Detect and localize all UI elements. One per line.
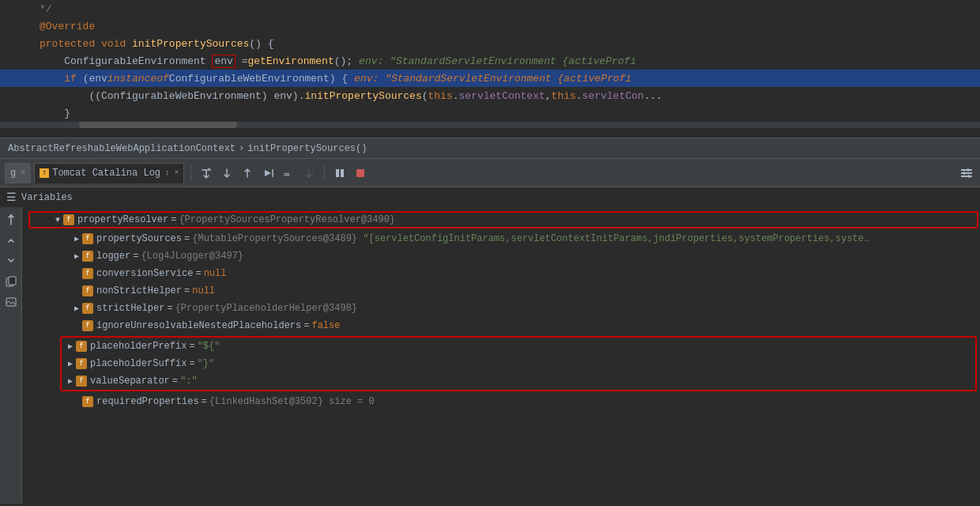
evaluate-button[interactable]: =	[280, 164, 297, 182]
var-name: valueSeparator	[90, 376, 170, 387]
tab-g-close[interactable]: ×	[21, 168, 25, 177]
gutter-copy-button[interactable]	[3, 274, 19, 289]
var-value: {PropertySourcesPropertyResolver@3490}	[179, 214, 395, 225]
var-eq: =	[195, 268, 201, 279]
gutter-up-button[interactable]	[3, 232, 19, 248]
var-row-nonStrictHelper[interactable]: ▶ f nonStrictHelper = null	[22, 282, 980, 300]
variables-panel: ☰ Variables ▼ f	[0, 187, 980, 504]
var-row-propertySources[interactable]: ▶ f propertySources = {MutablePropertySo…	[22, 230, 980, 247]
field-icon: f	[82, 268, 93, 279]
var-name: ignoreUnresolvableNestedPlaceholders	[96, 320, 301, 331]
stop-button[interactable]	[352, 164, 369, 182]
force-step-into-button[interactable]: !	[300, 164, 318, 182]
expand-arrow[interactable]: ▶	[71, 251, 82, 261]
var-name: propertyResolver	[77, 214, 168, 225]
var-value: "}"	[198, 358, 215, 369]
code-line: ConfigurableEnvironment env = getEnviron…	[0, 52, 980, 70]
toolbar: g × T Tomcat Catalina Log ↕ × = !	[0, 159, 980, 187]
var-name: placeholderPrefix	[90, 341, 187, 352]
gutter-image-button[interactable]	[3, 294, 19, 310]
breadcrumb-separator: ›	[239, 143, 244, 154]
tab-tomcat-arrow: ↕	[165, 169, 169, 177]
svg-rect-6	[961, 169, 972, 171]
var-name: placeholderSuffix	[90, 358, 187, 369]
tab-g[interactable]: g ×	[5, 163, 31, 183]
var-row-placeholderPrefix[interactable]: ▶ f placeholderPrefix = "${"	[62, 338, 975, 355]
field-icon: f	[76, 341, 87, 352]
step-over-button[interactable]	[198, 164, 215, 182]
hint-if: env: "StandardServletEnvironment {active…	[354, 73, 631, 85]
expand-arrow[interactable]: ▼	[52, 216, 63, 225]
var-row-requiredProperties[interactable]: ▶ f requiredProperties = {LinkedHashSet@…	[22, 393, 980, 410]
svg-text:!: !	[311, 167, 315, 174]
scrollbar-thumb[interactable]	[79, 122, 237, 128]
tab-tomcat-close[interactable]: ×	[174, 168, 179, 177]
gutter-down-button[interactable]	[3, 253, 19, 269]
code-line-highlighted: if ( env instanceof ConfigurableWebEnvir…	[0, 70, 980, 87]
var-value: {Log4JLogger@3497}	[141, 251, 243, 262]
var-name: conversionService	[96, 268, 193, 279]
expand-arrow[interactable]: ▶	[71, 304, 82, 313]
variables-label: Variables	[21, 192, 73, 203]
var-eq: =	[167, 303, 172, 314]
var-row-ignoreUnresolvable[interactable]: ▶ f ignoreUnresolvableNestedPlaceholders…	[22, 317, 980, 334]
svg-rect-5	[356, 169, 364, 177]
vars-list: ▼ f propertyResolver = {PropertySourcesP…	[22, 207, 980, 504]
var-eq: =	[171, 214, 176, 225]
var-row-logger[interactable]: ▶ f logger = {Log4JLogger@3497}	[22, 247, 980, 265]
field-icon: f	[82, 251, 93, 262]
field-icon: f	[63, 214, 74, 225]
svg-rect-4	[341, 169, 344, 177]
field-icon: f	[76, 376, 87, 387]
code-editor: */ @Override protected void initProperty…	[0, 0, 980, 138]
var-value: "${"	[198, 341, 220, 352]
breadcrumb-method: initPropertySources()	[247, 143, 367, 154]
svg-rect-7	[961, 172, 972, 174]
tab-tomcat[interactable]: T Tomcat Catalina Log ↕ ×	[34, 163, 184, 183]
var-row-conversionService[interactable]: ▶ f conversionService = null	[22, 265, 980, 282]
vars-container: ▼ f propertyResolver = {PropertySourcesP…	[0, 207, 980, 504]
var-eq: =	[303, 320, 309, 331]
var-name: strictHelper	[96, 303, 164, 314]
code-line: }	[0, 104, 980, 122]
expand-arrow[interactable]: ▶	[71, 234, 82, 244]
settings-button[interactable]	[958, 164, 975, 182]
code-line: @Override	[0, 17, 980, 35]
expand-arrow[interactable]: ▶	[65, 342, 76, 351]
var-value: false	[311, 320, 340, 331]
var-value: {LinkedHashSet@3502}	[209, 396, 323, 407]
var-value: ":"	[180, 376, 198, 387]
run-to-cursor-button[interactable]	[259, 164, 277, 182]
var-name: nonStrictHelper	[96, 285, 182, 296]
svg-text:=: =	[284, 168, 290, 179]
field-icon: f	[82, 285, 93, 296]
field-icon: f	[76, 358, 87, 369]
breadcrumb-bar: AbstractRefreshableWebApplicationContext…	[0, 138, 980, 159]
code-line: */	[0, 0, 980, 17]
svg-rect-13	[9, 277, 16, 285]
code-line: (( ConfigurableWebEnvironment ) env). in…	[0, 87, 980, 104]
expand-arrow[interactable]: ▶	[65, 376, 76, 386]
var-eq: =	[189, 341, 194, 352]
svg-rect-11	[968, 175, 970, 178]
field-icon: f	[82, 396, 93, 407]
var-row-placeholderSuffix[interactable]: ▶ f placeholderSuffix = "}"	[62, 355, 975, 372]
resume-button[interactable]	[331, 164, 349, 182]
var-row-valueSeparator[interactable]: ▶ f valueSeparator = ":"	[62, 372, 975, 390]
var-name: requiredProperties	[96, 396, 199, 407]
var-row-strictHelper[interactable]: ▶ f strictHelper = {PropertyPlaceholderH…	[22, 300, 980, 317]
field-icon: f	[82, 320, 93, 331]
toolbar-separator-2	[324, 165, 325, 181]
panel-header: ☰ Variables	[0, 187, 980, 207]
step-into-button[interactable]	[218, 164, 236, 182]
var-value: {MutablePropertySources@3489}	[192, 233, 357, 244]
var-eq: =	[202, 396, 207, 407]
step-out-button[interactable]	[239, 164, 256, 182]
var-row-propertyResolver[interactable]: ▼ f propertyResolver = {PropertySourcesP…	[28, 211, 978, 228]
svg-rect-8	[961, 176, 972, 177]
expand-arrow[interactable]: ▶	[65, 359, 76, 368]
tab-g-label: g	[10, 168, 16, 179]
horizontal-scrollbar[interactable]	[0, 122, 980, 128]
var-eq: =	[172, 376, 178, 387]
env-variable-box: env	[212, 55, 235, 68]
